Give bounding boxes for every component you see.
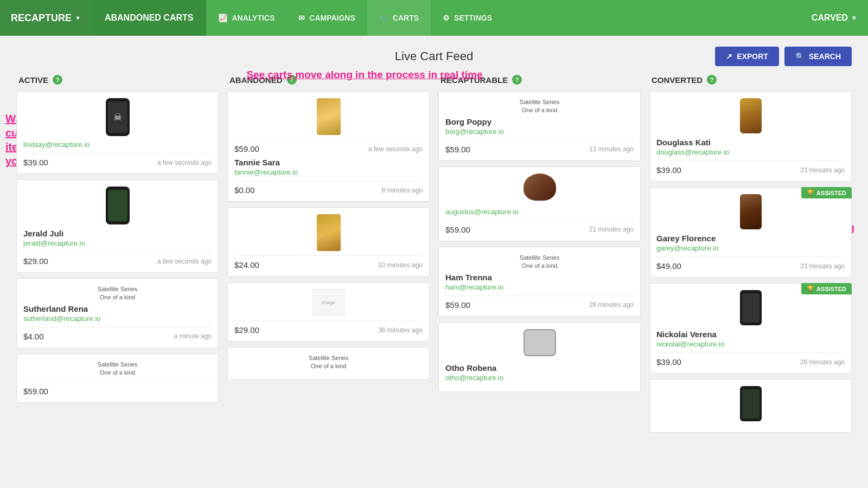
column-active-label: ACTIVE bbox=[18, 75, 48, 85]
callout-top: See carts move along in the process in r… bbox=[246, 68, 482, 82]
card-footer-r1: $59.00 13 minutes ago bbox=[445, 140, 634, 154]
assisted-badge-c3: 🏆 ASSISTED bbox=[801, 283, 852, 294]
active-help-icon[interactable]: ? bbox=[53, 75, 62, 85]
card-name-2: Jerald Juli bbox=[23, 229, 212, 238]
card-time-c1: 23 minutes ago bbox=[800, 166, 845, 174]
page-title: Live Cart Feed bbox=[225, 49, 643, 63]
card-email-2: jerald@recapture.io bbox=[23, 239, 212, 247]
column-abandoned: ABANDONED ? $59.00 a few seconds ago Tan… bbox=[227, 75, 430, 438]
card-recapturable-4: Otho Robena otho@recapture.io bbox=[438, 322, 641, 392]
card-time-c2: 23 minutes ago bbox=[800, 262, 845, 270]
card-price-c1: $39.00 bbox=[656, 165, 681, 175]
card-recapturable-3: Satellite SeriesOne of a kind Ham Trenna… bbox=[438, 247, 641, 317]
card-recapturable-1: Satellite SeriesOne of a kind Borg Poppy… bbox=[438, 91, 641, 161]
card-name-r1: Borg Poppy bbox=[445, 117, 634, 126]
column-active: ACTIVE ? ☠ lindsay@recapture.io $39.00 a… bbox=[16, 75, 219, 438]
card-name-r4: Otho Robena bbox=[445, 363, 634, 373]
card-price-2: $29.00 bbox=[23, 256, 48, 266]
card-price-ab3: $29.00 bbox=[234, 325, 259, 335]
card-footer-r3: $59.00 28 minutes ago bbox=[445, 296, 634, 310]
converted-help-icon[interactable]: ? bbox=[707, 75, 717, 85]
card-abandoned-2: $24.00 10 minutes ago bbox=[227, 207, 430, 277]
card-time-r3: 28 minutes ago bbox=[589, 301, 634, 309]
nav-items: 📈 ANALYTICS ✉ CAMPAIGNS 🛒 CARTS ⚙ SETTIN… bbox=[206, 0, 504, 36]
nav-store[interactable]: CARVED ▼ bbox=[812, 0, 868, 36]
card-converted-3: 🏆 ASSISTED Nickolai Verena nickolai@reca… bbox=[649, 283, 852, 374]
card-price-3: $4.00 bbox=[23, 332, 44, 341]
wood-image-2 bbox=[317, 214, 341, 251]
card-footer-4: $59.00 bbox=[23, 382, 212, 396]
card-price-ab1b: $0.00 bbox=[234, 185, 255, 195]
nav-abandoned-carts: ABANDONED CARTS bbox=[92, 0, 207, 36]
card-footer-1: $39.00 a few seconds ago bbox=[23, 153, 212, 167]
card-converted-1: Douglass Kati douglass@recapture.io $39.… bbox=[649, 91, 852, 182]
brand-logo[interactable]: RECAPTURE ▼ bbox=[0, 0, 92, 36]
card-time-r1: 13 minutes ago bbox=[589, 145, 634, 153]
card-email-r2: augustus@recapture.io bbox=[445, 208, 634, 216]
card-product-label-ab4: Satellite SeriesOne of a kind bbox=[234, 354, 423, 371]
column-converted-label: CONVERTED bbox=[652, 75, 703, 85]
card-name-3: Sutherland Rena bbox=[23, 304, 212, 313]
card-name-c2: Garey Florence bbox=[656, 234, 845, 243]
wood-case-image-c1 bbox=[740, 98, 762, 133]
nav-campaigns[interactable]: ✉ CAMPAIGNS bbox=[286, 0, 367, 36]
card-email-c3: nickolai@recapture.io bbox=[656, 340, 845, 348]
card-price-ab1: $59.00 bbox=[234, 144, 259, 153]
campaigns-icon: ✉ bbox=[298, 14, 305, 22]
card-product-label-r1: Satellite SeriesOne of a kind bbox=[445, 98, 634, 115]
card-time-ab2: 10 minutes ago bbox=[378, 261, 423, 269]
placeholder-image-3: image bbox=[312, 289, 345, 316]
card-email-r3: ham@recapture.io bbox=[445, 283, 634, 291]
nav-settings[interactable]: ⚙ SETTINGS bbox=[431, 0, 504, 36]
card-footer-r2: $59.00 21 minutes ago bbox=[445, 220, 634, 234]
card-time-ab1: a few seconds ago bbox=[368, 145, 423, 153]
settings-icon: ⚙ bbox=[443, 14, 450, 22]
phone-dark-c3 bbox=[740, 290, 762, 325]
card-email-ab1: tannie@recapture.io bbox=[234, 168, 423, 176]
card-email-c1: douglass@recapture.io bbox=[656, 148, 845, 156]
card-footer-c1: $39.00 23 minutes ago bbox=[656, 160, 845, 175]
nav-carts[interactable]: 🛒 CARTS bbox=[367, 0, 431, 36]
export-button[interactable]: ↗ EXPORT bbox=[715, 47, 779, 66]
card-price-c3: $39.00 bbox=[656, 357, 681, 367]
card-active-3: Satellite SeriesOne of a kind Sutherland… bbox=[16, 278, 219, 348]
card-price-1: $39.00 bbox=[23, 158, 48, 167]
recapturable-help-icon[interactable]: ? bbox=[512, 75, 522, 85]
card-time-2: a few seconds ago bbox=[157, 258, 212, 265]
card-abandoned-4: Satellite SeriesOne of a kind bbox=[227, 347, 430, 380]
export-icon: ↗ bbox=[726, 52, 732, 61]
card-converted-2: 🏆 ASSISTED Garey Florence garey@recaptur… bbox=[649, 187, 852, 278]
card-price-c2: $49.00 bbox=[656, 261, 681, 271]
card-product-label-3: Satellite SeriesOne of a kind bbox=[23, 285, 212, 302]
card-price-r3: $59.00 bbox=[445, 300, 470, 310]
card-name-c1: Douglass Kati bbox=[656, 138, 845, 147]
card-footer-3: $4.00 a minute ago bbox=[23, 327, 212, 341]
column-header-active: ACTIVE ? bbox=[16, 75, 219, 85]
card-price-r2: $59.00 bbox=[445, 225, 470, 234]
card-email-1: lindsay@recapture.io bbox=[23, 140, 212, 149]
brand-chevron: ▼ bbox=[75, 15, 81, 21]
nav-analytics[interactable]: 📈 ANALYTICS bbox=[206, 0, 286, 36]
column-header-converted: CONVERTED ? bbox=[649, 75, 852, 85]
wood-brown-case-c2 bbox=[740, 194, 762, 229]
brown-shape-r2 bbox=[524, 174, 556, 203]
wood-image-1 bbox=[317, 98, 341, 135]
column-recapturable: RECAPTURABLE ? Satellite SeriesOne of a … bbox=[438, 75, 641, 438]
card-footer-ab1: $59.00 a few seconds ago bbox=[234, 139, 423, 153]
carts-icon: 🛒 bbox=[379, 14, 388, 22]
card-price-4: $59.00 bbox=[23, 387, 48, 396]
card-name-ab1: Tannie Sara bbox=[234, 158, 423, 167]
card-product-label-r3: Satellite SeriesOne of a kind bbox=[445, 254, 634, 271]
card-converted-4 bbox=[649, 379, 852, 433]
card-time-ab1b: 8 minutes ago bbox=[382, 187, 423, 194]
phone-dark-c4 bbox=[740, 386, 762, 421]
assisted-icon-c2: 🏆 bbox=[807, 189, 814, 196]
main-content: Watch customers add items live on your s… bbox=[0, 36, 868, 449]
search-button[interactable]: 🔍 SEARCH bbox=[784, 47, 852, 66]
card-footer-c2: $49.00 23 minutes ago bbox=[656, 256, 845, 271]
columns-container: ACTIVE ? ☠ lindsay@recapture.io $39.00 a… bbox=[16, 75, 852, 438]
search-icon: 🔍 bbox=[795, 52, 805, 61]
card-email-3: sutherland@recapture.io bbox=[23, 314, 212, 323]
card-name-c3: Nickolai Verena bbox=[656, 330, 845, 339]
card-time-c3: 28 minutes ago bbox=[800, 358, 845, 366]
